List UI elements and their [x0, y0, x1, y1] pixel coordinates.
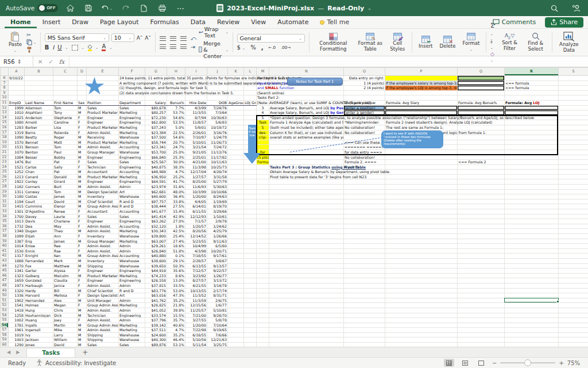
cell-N55[interactable]	[269, 318, 344, 323]
cell-H49[interactable]: 53.0%	[167, 288, 185, 293]
cell-G31[interactable]: $97,757	[145, 199, 167, 204]
tell-me-button[interactable]: Tell me	[320, 18, 349, 26]
cell-H42[interactable]: 0.1%	[167, 254, 185, 259]
cell-P59[interactable]	[385, 338, 458, 343]
cell-Q44[interactable]	[458, 263, 505, 269]
cell-K11[interactable]: AgeGroup	[228, 100, 244, 105]
cell-J53[interactable]: 5/10/81	[207, 308, 228, 313]
cell-F31[interactable]: R and D	[119, 199, 145, 204]
cell-H43[interactable]: 29.1%	[167, 258, 185, 263]
cell-H44[interactable]: 50.3%	[167, 263, 185, 269]
cell-F19[interactable]: Marketing	[119, 140, 145, 145]
cell-G50[interactable]: $63,016	[145, 293, 167, 298]
cell-I21[interactable]: 9/21/05	[185, 150, 207, 155]
cell-P49[interactable]	[385, 288, 458, 293]
cell-G49[interactable]: $83,776	[145, 288, 167, 293]
cell-E11[interactable]: Position	[87, 100, 119, 105]
cell-A50[interactable]: 1336	[9, 293, 25, 298]
cell-D31[interactable]: M	[78, 199, 87, 204]
cell-G43[interactable]: $38,600	[145, 258, 167, 263]
row-header-57[interactable]: 57	[1, 328, 9, 333]
cell-J14[interactable]: 10/30/63	[207, 115, 228, 120]
cell-A13[interactable]: 1010	[9, 110, 25, 116]
cell-H51[interactable]: 35.2%	[167, 298, 185, 303]
cell-S59[interactable]	[559, 338, 588, 343]
cell-I50[interactable]: 11/3/52	[185, 293, 207, 298]
cell-G45[interactable]: $44,918	[145, 269, 167, 274]
cell-D22[interactable]: M	[78, 155, 87, 160]
cell-J32[interactable]: 8/19/70	[207, 204, 228, 209]
cell-H23[interactable]: 30.0%	[167, 160, 185, 165]
cell-D8[interactable]	[78, 86, 87, 91]
cell-B23[interactable]: Bui	[25, 160, 53, 165]
cell-R20[interactable]	[505, 145, 559, 150]
row-header-59[interactable]: 59	[1, 338, 9, 343]
cell-N37[interactable]	[269, 229, 344, 234]
cell-B32[interactable]: Cummins	[25, 204, 53, 209]
cell-M55[interactable]	[257, 318, 269, 323]
cell-D6[interactable]	[78, 76, 87, 81]
cell-A18[interactable]: 1090	[9, 135, 25, 140]
cell-F8[interactable]: (1) thoughts, design, and formula logic …	[119, 86, 145, 91]
cell-G58[interactable]: $24,600	[145, 332, 167, 338]
cell-L15[interactable]	[244, 120, 257, 125]
cell-M43[interactable]	[257, 258, 269, 263]
cell-Q6[interactable]	[458, 76, 505, 81]
cell-Q39[interactable]	[458, 239, 505, 244]
cell-P52[interactable]	[385, 303, 458, 308]
cell-S9[interactable]	[559, 90, 588, 95]
cell-L24[interactable]	[244, 164, 257, 170]
name-box-stepper[interactable]: ▲▼	[18, 59, 21, 64]
page-layout-view-button[interactable]	[460, 359, 470, 367]
cell-O41[interactable]	[344, 248, 385, 254]
cell-A35[interactable]: 1013	[9, 219, 25, 224]
cell-F50[interactable]: Art	[119, 293, 145, 298]
tab-automate[interactable]: Automate	[272, 16, 314, 28]
cell-R51[interactable]	[505, 298, 559, 303]
cell-C27[interactable]: Girard	[53, 179, 78, 185]
cell-E17[interactable]: Admin Assist.	[87, 130, 119, 135]
cell-J46[interactable]: 1/26/77	[207, 273, 228, 278]
cell-K42[interactable]	[228, 254, 244, 259]
cell-O31[interactable]	[344, 199, 385, 204]
cell-P45[interactable]	[385, 269, 458, 274]
cell-D15[interactable]: F	[78, 120, 87, 125]
col-header-J[interactable]: J	[207, 68, 228, 76]
cell-F12[interactable]: Sales	[119, 105, 145, 110]
cell-O18[interactable]	[344, 135, 385, 140]
cell-B54[interactable]: Hovhannisyan	[25, 313, 53, 318]
col-header-A[interactable]: A	[9, 68, 25, 76]
cell-M37[interactable]	[257, 229, 269, 234]
cell-K31[interactable]	[228, 199, 244, 204]
cell-L32[interactable]	[244, 204, 257, 209]
cell-A42[interactable]: 1317	[9, 254, 25, 259]
cell-E26[interactable]: Product Marketer	[87, 174, 119, 179]
cell-S48[interactable]	[559, 283, 588, 288]
cell-J50[interactable]: 8/31/71	[207, 293, 228, 298]
find-select-button[interactable]: Find & Select	[523, 32, 548, 53]
italic-button[interactable]: I	[52, 44, 54, 51]
cell-C24[interactable]: Sally	[53, 164, 78, 170]
cell-J57[interactable]: 9/19/65	[207, 328, 228, 333]
cell-S36[interactable]	[559, 224, 588, 229]
cell-D52[interactable]: F	[78, 303, 87, 308]
cell-P35[interactable]	[385, 219, 458, 224]
cell-J15[interactable]: 5/6/83	[207, 120, 228, 125]
cell-L22[interactable]	[244, 155, 257, 160]
cell-A47[interactable]: 1659	[9, 278, 25, 283]
cell-Q24[interactable]	[458, 164, 505, 170]
redo-icon[interactable]	[119, 3, 131, 13]
cell-G56[interactable]: $39,142	[145, 323, 167, 328]
cell-C52[interactable]: Megan	[53, 303, 78, 308]
cell-N34[interactable]	[269, 214, 344, 219]
font-color-button[interactable]: A	[102, 44, 106, 51]
cell-A34[interactable]: 1700	[9, 214, 25, 219]
cell-R45[interactable]	[505, 269, 559, 274]
cell-L14[interactable]	[244, 115, 257, 120]
cell-D24[interactable]: F	[78, 164, 87, 170]
cell-B45[interactable]: Gartor	[25, 269, 53, 274]
cell-C55[interactable]: Joey	[53, 318, 78, 323]
cell-K30[interactable]	[228, 194, 244, 200]
row-header-55[interactable]: 55	[1, 318, 9, 323]
cell-D60[interactable]: M	[78, 343, 87, 347]
